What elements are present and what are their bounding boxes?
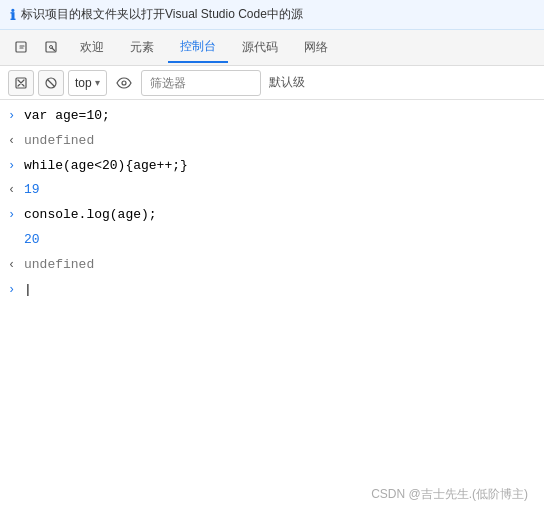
chevron-right-icon-5: › [8,205,24,225]
svg-point-5 [122,81,126,85]
disable-log-button[interactable] [38,70,64,96]
console-input-3: while(age<20){age++;} [24,156,536,177]
tab-console[interactable]: 控制台 [168,32,228,63]
console-output-7: undefined [24,255,536,276]
console-output-4: 19 [24,180,536,201]
eye-button[interactable] [111,70,137,96]
watermark: CSDN @吉士先生.(低阶博主) [371,486,528,503]
console-line-8[interactable]: › | [0,278,544,303]
default-level-label: 默认级 [269,74,305,91]
info-bar: ℹ 标识项目的根文件夹以打开Visual Studio Code中的源 [0,0,544,30]
console-line-6: 20 [0,228,544,253]
console-input-5: console.log(age); [24,205,536,226]
console-line-4: ‹ 19 [0,178,544,203]
chevron-left-icon-4: ‹ [8,180,24,200]
chevron-right-icon-1: › [8,106,24,126]
tab-elements[interactable]: 元素 [118,33,166,62]
cursor-indicator: | [24,280,32,301]
console-toolbar: top ▾ 默认级 [0,66,544,100]
console-cursor-line: | [24,280,536,301]
filter-input[interactable] [141,70,261,96]
chevron-left-icon-2: ‹ [8,131,24,151]
console-line-1: › var age=10; [0,104,544,129]
watermark-text: CSDN @吉士先生.(低阶博主) [371,487,528,501]
console-output-6: 20 [24,230,536,251]
console-line-7: ‹ undefined [0,253,544,278]
console-line-2: ‹ undefined [0,129,544,154]
console-output-2: undefined [24,131,536,152]
info-text: 标识项目的根文件夹以打开Visual Studio Code中的源 [21,6,303,23]
dropdown-arrow-icon: ▾ [95,77,100,88]
clear-console-button[interactable] [8,70,34,96]
chevron-right-icon-8: › [8,280,24,300]
info-icon: ℹ [10,7,15,23]
console-area[interactable]: › var age=10; ‹ undefined › while(age<20… [0,100,544,455]
context-label: top [75,76,92,90]
context-selector[interactable]: top ▾ [68,70,107,96]
chevron-right-icon-3: › [8,156,24,176]
back-icon-button[interactable] [8,34,36,62]
console-line-5: › console.log(age); [0,203,544,228]
tab-bar: 欢迎 元素 控制台 源代码 网络 [0,30,544,66]
console-input-1: var age=10; [24,106,536,127]
svg-rect-0 [16,42,26,52]
chevron-left-icon-7: ‹ [8,255,24,275]
tab-welcome[interactable]: 欢迎 [68,33,116,62]
tab-network[interactable]: 网络 [292,33,340,62]
tab-sources[interactable]: 源代码 [230,33,290,62]
console-line-3: › while(age<20){age++;} [0,154,544,179]
inspect-icon-button[interactable] [38,34,66,62]
